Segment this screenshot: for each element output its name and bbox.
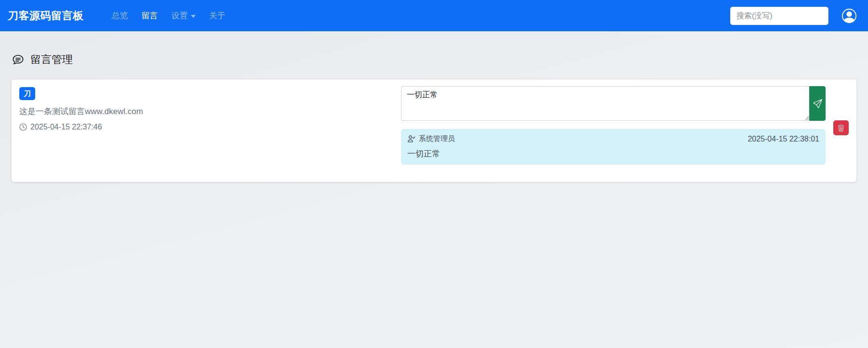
send-icon bbox=[813, 99, 822, 108]
message-info: 刀 这是一条测试留言www.dkewl.com 2025-04-15 22:37… bbox=[19, 86, 401, 131]
nav-item-settings-dropdown[interactable]: 设置 bbox=[167, 6, 200, 25]
page-heading: 留言管理 bbox=[0, 31, 868, 79]
reply-author: 系统管理员 bbox=[419, 134, 455, 143]
nav-item-label: 设置 bbox=[172, 10, 188, 21]
reply-content: 一切正常 bbox=[407, 148, 819, 159]
reply-header: 系统管理员 2025-04-15 22:38:01 bbox=[407, 134, 819, 143]
nav-item-label: 关于 bbox=[209, 10, 226, 21]
send-reply-button[interactable] bbox=[809, 86, 826, 121]
brand-title[interactable]: 刀客源码留言板 bbox=[8, 9, 84, 23]
message-content: 这是一条测试留言www.dkewl.com bbox=[19, 106, 401, 117]
search-input[interactable] bbox=[730, 7, 828, 25]
person-circle-icon bbox=[842, 9, 856, 23]
user-account-button[interactable] bbox=[838, 9, 860, 23]
message-timestamp: 2025-04-15 22:37:46 bbox=[30, 123, 102, 131]
nav-item-about[interactable]: 关于 bbox=[204, 6, 230, 25]
delete-message-button[interactable] bbox=[833, 120, 849, 135]
author-badge: 刀 bbox=[19, 87, 35, 100]
trash-icon bbox=[837, 124, 845, 132]
top-navbar: 刀客源码留言板 总览 留言 设置 关于 bbox=[0, 0, 868, 31]
nav-item-overview[interactable]: 总览 bbox=[107, 6, 133, 25]
existing-reply: 系统管理员 2025-04-15 22:38:01 一切正常 bbox=[401, 129, 826, 165]
reply-section: 一切正常 bbox=[401, 86, 826, 165]
main-nav: 总览 留言 设置 关于 bbox=[107, 6, 727, 25]
nav-item-messages[interactable]: 留言 bbox=[137, 6, 163, 25]
page-title: 留言管理 bbox=[30, 52, 73, 67]
nav-item-label: 留言 bbox=[142, 10, 158, 21]
chevron-down-icon bbox=[191, 15, 196, 18]
nav-item-label: 总览 bbox=[112, 10, 128, 21]
person-check-icon bbox=[407, 135, 415, 143]
reply-author-row: 系统管理员 bbox=[407, 134, 455, 143]
reply-textarea[interactable]: 一切正常 bbox=[401, 86, 809, 121]
chat-bubble-icon bbox=[12, 53, 25, 66]
clock-icon bbox=[19, 123, 27, 131]
delete-column bbox=[833, 86, 849, 135]
reply-input-group: 一切正常 bbox=[401, 86, 826, 121]
message-card: 刀 这是一条测试留言www.dkewl.com 2025-04-15 22:37… bbox=[12, 79, 856, 182]
reply-timestamp: 2025-04-15 22:38:01 bbox=[748, 135, 819, 143]
message-timestamp-row: 2025-04-15 22:37:46 bbox=[19, 123, 401, 131]
